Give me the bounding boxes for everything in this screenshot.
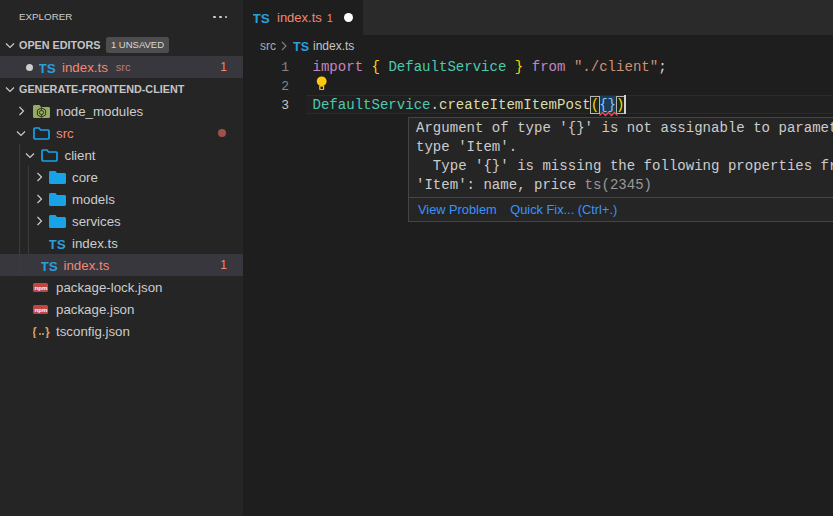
svg-text:TS: TS [253,11,270,24]
svg-text:{: { [33,325,37,339]
svg-text:}: } [45,325,50,339]
svg-text:npm: npm [35,284,48,290]
svg-text:TS: TS [49,237,66,250]
svg-text:TS: TS [293,40,309,52]
svg-text:npm: npm [35,306,48,312]
svg-text:TS: TS [41,259,58,272]
svg-text:TS: TS [39,61,56,74]
